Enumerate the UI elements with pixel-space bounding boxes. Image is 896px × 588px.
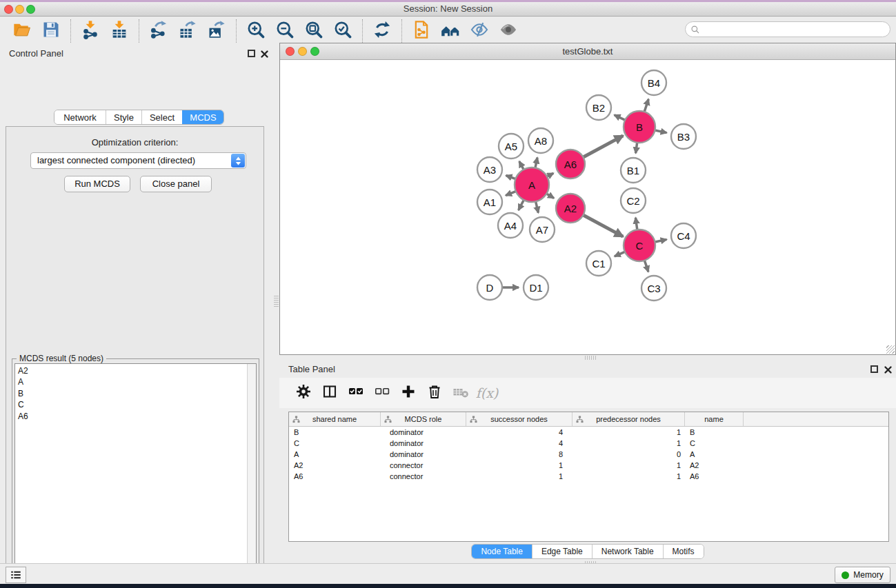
export-network-button[interactable] bbox=[144, 19, 173, 43]
refresh-button[interactable] bbox=[368, 19, 397, 43]
eye-button[interactable] bbox=[494, 19, 523, 43]
table-row[interactable]: Adominator80A bbox=[289, 449, 888, 460]
graph-edge-C-C2[interactable] bbox=[635, 218, 637, 230]
tab-network-table[interactable]: Network Table bbox=[592, 545, 663, 558]
graph-edge-A-A1[interactable] bbox=[506, 191, 517, 195]
graph-edge-A2-C[interactable] bbox=[583, 215, 624, 237]
tab-edge-table[interactable]: Edge Table bbox=[532, 545, 592, 558]
open-session-button[interactable] bbox=[8, 19, 37, 43]
graph-edge-A-A8[interactable] bbox=[535, 157, 537, 168]
minimize-traffic-light[interactable] bbox=[15, 5, 24, 14]
graph-node-label: A2 bbox=[564, 203, 577, 214]
table-panel-header: Table Panel bbox=[279, 360, 896, 378]
node-table: shared nameMCDS rolesuccessor nodesprede… bbox=[288, 412, 889, 542]
gear-button[interactable] bbox=[290, 381, 317, 405]
graph-node-label: B3 bbox=[677, 131, 690, 143]
column-header-MCDS-role[interactable]: MCDS role bbox=[381, 412, 466, 426]
cell-predecessor-nodes: 1 bbox=[573, 427, 685, 438]
desktop-wallpaper-bottom bbox=[0, 584, 896, 588]
search-box[interactable] bbox=[685, 21, 890, 37]
add-row-button[interactable] bbox=[395, 381, 421, 405]
zoom-traffic-light[interactable] bbox=[310, 47, 319, 56]
close-traffic-light[interactable] bbox=[4, 5, 13, 14]
toolbar-group bbox=[3, 19, 70, 43]
tab-motifs[interactable]: Motifs bbox=[663, 545, 704, 558]
cell-MCDS-role: connector bbox=[381, 471, 466, 482]
vertical-splitter-handle[interactable] bbox=[274, 294, 279, 307]
network-window-titlebar[interactable]: testGlobe.txt bbox=[280, 43, 895, 60]
graph-edge-C-C4[interactable] bbox=[654, 239, 666, 242]
tab-mcds[interactable]: MCDS bbox=[182, 110, 223, 124]
table-toolbar: f(x) bbox=[279, 378, 896, 408]
save-session-button[interactable] bbox=[37, 19, 66, 43]
table-row[interactable]: A2connector11A2 bbox=[289, 460, 888, 471]
zoom-fit-button[interactable] bbox=[299, 19, 328, 43]
optimization-criterion-select[interactable]: largest connected component (directed) bbox=[30, 152, 246, 169]
run-mcds-button[interactable]: Run MCDS bbox=[64, 176, 130, 192]
float-panel-icon[interactable] bbox=[248, 50, 255, 57]
graph-edge-A-A7[interactable] bbox=[535, 201, 538, 212]
deselect-all-button[interactable] bbox=[369, 381, 395, 405]
graph-edge-C-C3[interactable] bbox=[644, 260, 648, 272]
deselect-all-icon bbox=[374, 383, 390, 403]
table-row[interactable]: A6connector11A6 bbox=[289, 471, 888, 482]
tab-network[interactable]: Network bbox=[54, 110, 106, 124]
column-header-shared-name[interactable]: shared name bbox=[289, 412, 381, 426]
minimize-traffic-light[interactable] bbox=[298, 47, 307, 56]
zoom-out-button[interactable] bbox=[270, 19, 299, 43]
import-network-button[interactable] bbox=[76, 19, 105, 43]
close-panel-icon[interactable] bbox=[260, 49, 269, 58]
column-header-predecessor-nodes[interactable]: predecessor nodes bbox=[573, 412, 685, 426]
tab-select[interactable]: Select bbox=[141, 110, 182, 124]
task-history-button[interactable] bbox=[6, 567, 26, 583]
table-row[interactable]: Cdominator41C bbox=[289, 438, 888, 449]
graph-node-label: B bbox=[636, 121, 643, 133]
zoom-traffic-light[interactable] bbox=[26, 5, 35, 14]
column-header-name[interactable]: name bbox=[685, 412, 744, 426]
network-file-button[interactable] bbox=[407, 19, 436, 43]
graph-edge-A-A4[interactable] bbox=[519, 199, 524, 210]
graph-edge-C-C1[interactable] bbox=[615, 252, 626, 256]
column-type-icon bbox=[292, 416, 300, 425]
graph-edge-B-B1[interactable] bbox=[636, 142, 637, 153]
mcds-result-item[interactable]: B bbox=[18, 388, 246, 399]
graph-edge-A6-B[interactable] bbox=[583, 136, 624, 158]
delete-row-button[interactable] bbox=[421, 381, 448, 405]
tab-style[interactable]: Style bbox=[106, 110, 141, 124]
window-resize-grip[interactable] bbox=[886, 345, 895, 354]
cell-predecessor-nodes: 0 bbox=[573, 449, 685, 460]
graph-node-label: A bbox=[528, 179, 535, 191]
graph-edge-B-B2[interactable] bbox=[615, 115, 626, 121]
export-table-button[interactable] bbox=[173, 19, 202, 43]
export-image-button[interactable] bbox=[202, 19, 231, 43]
home-button[interactable] bbox=[436, 19, 465, 43]
mcds-result-item[interactable]: A6 bbox=[18, 411, 246, 422]
zoom-in-button[interactable] bbox=[241, 19, 270, 43]
tab-node-table[interactable]: Node Table bbox=[472, 545, 532, 558]
select-all-icon bbox=[348, 383, 364, 403]
table-row[interactable]: Bdominator41B bbox=[289, 427, 888, 438]
import-table-button[interactable] bbox=[105, 19, 134, 43]
select-all-button[interactable] bbox=[343, 381, 369, 405]
mcds-result-item[interactable]: A bbox=[18, 376, 246, 387]
search-input[interactable] bbox=[700, 22, 890, 37]
close-panel-icon[interactable] bbox=[884, 365, 893, 374]
close-traffic-light[interactable] bbox=[286, 47, 295, 56]
memory-button[interactable]: Memory bbox=[835, 567, 890, 583]
graph-edge-B-B3[interactable] bbox=[654, 130, 666, 133]
column-header-successor-nodes[interactable]: successor nodes bbox=[466, 412, 573, 426]
scrollbar[interactable] bbox=[247, 364, 256, 588]
close-panel-button[interactable]: Close panel bbox=[140, 176, 212, 192]
table-body: Bdominator41BCdominator41CAdominator80AA… bbox=[289, 427, 888, 482]
graph-edge-B-B4[interactable] bbox=[644, 99, 648, 112]
columns-button[interactable] bbox=[317, 381, 343, 405]
graph-node-label: B2 bbox=[593, 102, 605, 114]
hide-eye-button[interactable] bbox=[465, 19, 494, 43]
mcds-result-item[interactable]: A2 bbox=[18, 365, 246, 376]
network-canvas[interactable]: AA6A2BCA5A8A3A1A4A7B2B4B3B1C2C4C1C3DD1 bbox=[280, 60, 895, 354]
mcds-result-item[interactable]: C bbox=[18, 399, 246, 410]
zoom-selected-button[interactable] bbox=[328, 19, 357, 43]
float-panel-icon[interactable] bbox=[870, 365, 878, 373]
graph-node-label: A3 bbox=[484, 164, 496, 176]
graph-edge-A-A3[interactable] bbox=[506, 175, 517, 179]
